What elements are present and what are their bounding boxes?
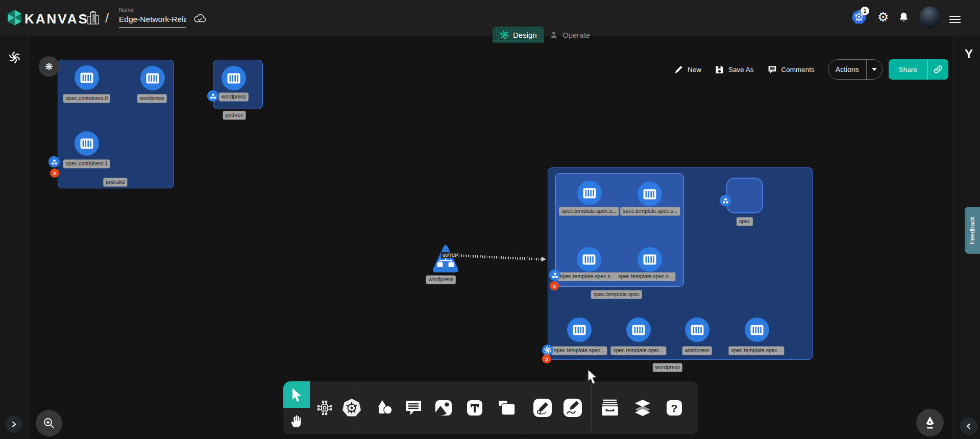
group-label-chip: spec.template.spec <box>591 290 642 299</box>
tool-pan-hand[interactable] <box>283 408 310 434</box>
tool-pen-path-icon[interactable] <box>531 397 554 419</box>
tool-comment-icon[interactable] <box>402 397 425 419</box>
zoom-button[interactable] <box>36 410 62 436</box>
tab-design-label: Design <box>513 31 537 39</box>
rack-badge-icon <box>549 270 560 281</box>
brand-wordmark: KANVAS <box>24 11 89 27</box>
tool-layers-icon[interactable] <box>631 397 654 419</box>
expand-left-panel-button[interactable] <box>5 416 22 433</box>
container-node[interactable] <box>222 66 246 90</box>
tab-operate-label: Operate <box>562 31 590 39</box>
actions-caret-icon[interactable] <box>867 68 882 71</box>
count-badge: 2 <box>50 168 59 178</box>
pen-nib-icon <box>923 416 937 430</box>
layer5-y-icon: Y <box>960 47 978 61</box>
left-rail <box>0 36 29 439</box>
node-label-chip: wordpress <box>219 92 249 101</box>
svg-text:?: ? <box>671 402 678 414</box>
tool-freehand-draw-icon[interactable] <box>561 397 584 419</box>
tool-help-icon[interactable]: ? <box>663 397 685 419</box>
edge-label-chip: 80/TCP <box>441 252 460 258</box>
tool-mesh-chip-icon[interactable] <box>313 397 336 419</box>
magnifier-plus-icon <box>42 417 56 430</box>
tool-drawer-icon[interactable] <box>599 397 621 419</box>
breadcrumb-separator: / <box>105 10 109 26</box>
pencil-icon <box>674 65 683 75</box>
container-node[interactable] <box>745 318 769 342</box>
node-label-chip: spec.template.spec.s... <box>616 272 675 281</box>
meshery-spiral-icon[interactable] <box>9 52 20 65</box>
tool-image-icon[interactable] <box>432 397 455 419</box>
actions-dropdown[interactable]: Actions <box>828 59 883 80</box>
kanvas-logo-icon[interactable] <box>7 9 22 29</box>
group-label-chip: pod-rcc <box>223 111 246 119</box>
tool-frame-icon[interactable] <box>496 397 518 419</box>
container-node[interactable] <box>75 131 99 156</box>
new-button[interactable]: New <box>674 65 701 75</box>
node-label-chip: spec <box>737 217 753 226</box>
save-icon <box>715 65 724 75</box>
actions-label: Actions <box>828 65 866 74</box>
tab-design[interactable]: Design <box>493 27 544 43</box>
expand-right-panel-button[interactable] <box>960 418 977 435</box>
node-label-chip: spec.template.spec... <box>610 346 666 355</box>
container-node[interactable] <box>75 65 99 90</box>
rack-badge-icon <box>720 195 731 206</box>
feedback-label: Feedback <box>969 216 976 245</box>
rack-badge-icon <box>207 90 218 102</box>
organization-icon[interactable] <box>86 11 100 26</box>
design-name-label: Name <box>119 7 134 13</box>
node-label-chip: spec.template.spec.s... <box>620 207 680 215</box>
tool-select-cursor[interactable] <box>283 381 310 408</box>
tab-operate[interactable]: Operate <box>542 27 597 43</box>
container-node[interactable] <box>638 247 662 272</box>
share-label: Share <box>889 66 927 74</box>
node-label-chip: spec.template.spec.s... <box>557 272 617 281</box>
container-node[interactable] <box>577 181 602 205</box>
node-label-chip: spec.containers.1 <box>63 159 110 168</box>
container-node[interactable] <box>577 247 601 272</box>
feedback-tab[interactable]: Feedback <box>965 207 980 254</box>
count-badge: 3 <box>542 354 551 363</box>
service-edge[interactable] <box>456 253 546 262</box>
group-spec-template-spec[interactable] <box>555 173 684 287</box>
cloud-saved-icon <box>193 13 206 24</box>
rack-badge-icon <box>48 156 60 167</box>
top-bar: KANVAS / Name Design <box>0 0 980 36</box>
service-node-wordpress[interactable] <box>431 243 460 278</box>
tool-shapes-icon[interactable] <box>373 397 396 419</box>
share-button[interactable]: Share <box>889 59 948 80</box>
user-avatar[interactable] <box>919 7 941 28</box>
container-node[interactable] <box>626 318 651 342</box>
save-as-button[interactable]: Save As <box>715 65 754 75</box>
spec-node[interactable] <box>726 178 763 213</box>
node-label-chip: spec.containers.0 <box>63 94 110 103</box>
design-name-input[interactable] <box>119 15 186 28</box>
container-node[interactable] <box>140 66 165 90</box>
dock-cluster-button[interactable]: ❋ <box>39 56 59 77</box>
whiteboard-pen-button[interactable] <box>916 409 944 436</box>
copy-link-icon[interactable] <box>928 64 948 75</box>
notifications-bell-icon[interactable] <box>898 11 909 23</box>
node-label-chip: spec.template.spec... <box>551 346 607 355</box>
group-label-chip: pod-skd <box>103 178 127 186</box>
comment-icon <box>767 65 777 75</box>
mouse-cursor <box>586 369 599 388</box>
container-node[interactable] <box>685 318 709 342</box>
count-badge: 3 <box>550 281 559 290</box>
container-node[interactable] <box>638 182 662 206</box>
kanvas-app: KANVAS / Name Design <box>0 0 980 439</box>
node-label-chip: wordpress <box>137 94 167 103</box>
tool-text-icon[interactable] <box>463 397 486 419</box>
container-node[interactable] <box>567 318 592 342</box>
node-label-chip: spec.template.spec... <box>728 346 784 355</box>
group-label-chip: wordpress <box>653 363 682 372</box>
kubernetes-count-badge: 1 <box>861 7 869 15</box>
tool-kubernetes-icon[interactable] <box>340 397 363 419</box>
menu-hamburger-icon[interactable] <box>949 14 961 25</box>
node-label-chip: wordpress <box>682 346 712 355</box>
node-label-chip: spec.template.spec.s... <box>559 207 619 215</box>
node-label-chip: wordpress <box>426 275 456 284</box>
settings-gear-icon[interactable]: ⚙ <box>877 11 889 23</box>
comments-button[interactable]: Comments <box>767 65 815 75</box>
